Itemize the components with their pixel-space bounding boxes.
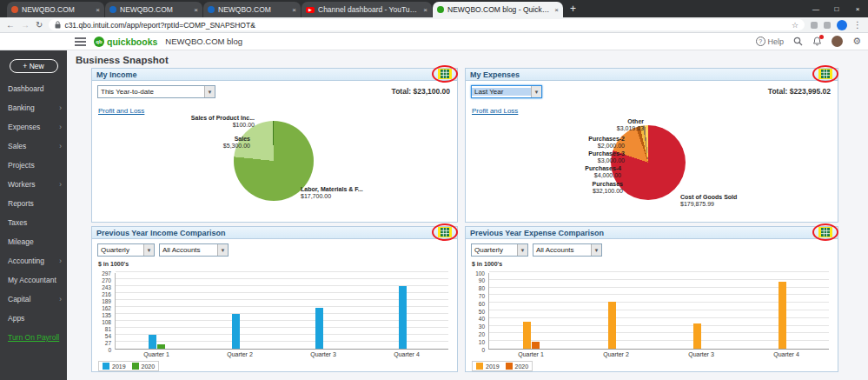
accounts-select[interactable]: All Accounts ▼ bbox=[533, 243, 602, 257]
search-icon[interactable] bbox=[793, 37, 803, 46]
panel-header: Previous Year Expense Comparison bbox=[466, 227, 838, 239]
panel-body: Other$3,019.03Purchases-2$2,000.00Purcha… bbox=[466, 82, 838, 222]
pie-label-value: $5,300.00 bbox=[181, 143, 250, 150]
site-favicon bbox=[109, 6, 116, 13]
refresh-icon[interactable]: ↻ bbox=[36, 20, 43, 30]
pie-slice-label-labor-materials-f: Labor, Materials & F...$17,700.00 bbox=[301, 186, 405, 200]
address-bar[interactable]: c31.qbo.intuit.com/app/report?rptId=COMP… bbox=[49, 19, 805, 30]
tab-close-icon[interactable]: × bbox=[292, 6, 296, 14]
tab-title: NEWQBO.COM bbox=[22, 5, 90, 14]
y-tick-label: 100 bbox=[466, 270, 485, 277]
maximize-icon[interactable]: □ bbox=[826, 0, 847, 17]
help-button[interactable]: ? Help bbox=[756, 37, 785, 46]
pie-slice-label-cost-of-goods-sold: Cost of Goods Sold$179,875.99 bbox=[680, 194, 793, 208]
sidebar: + New DashboardBanking›Expenses›Sales›Pr… bbox=[0, 50, 67, 380]
browser-menu-icon[interactable]: ⋮ bbox=[853, 20, 862, 30]
browser-toolbar: ← → ↻ c31.qbo.intuit.com/app/report?rptI… bbox=[0, 17, 868, 33]
x-tick-label: Quarter 3 bbox=[659, 351, 744, 357]
panel-title: My Income bbox=[96, 70, 137, 79]
sidebar-item-projects[interactable]: Projects bbox=[0, 156, 67, 175]
select-value: Last Year bbox=[472, 88, 531, 96]
sidebar-item-reports[interactable]: Reports bbox=[0, 194, 67, 213]
panel-body: $ in 1000's0102030405060708090100Quarter… bbox=[466, 240, 838, 371]
select-value: Quarterly bbox=[98, 246, 143, 254]
tab-close-icon[interactable]: × bbox=[423, 6, 427, 14]
window-close-icon[interactable]: × bbox=[847, 0, 868, 17]
expenses-period-select[interactable]: Last Year ▼ bbox=[471, 85, 542, 98]
chevron-right-icon: › bbox=[59, 142, 62, 150]
sidebar-item-banking[interactable]: Banking› bbox=[0, 98, 67, 117]
sidebar-item-workers[interactable]: Workers› bbox=[0, 175, 67, 194]
tab-close-icon[interactable]: × bbox=[554, 6, 559, 14]
quickbooks-logo-badge: qb bbox=[94, 37, 104, 47]
income-period-select[interactable]: This Year-to-date ▼ bbox=[97, 85, 215, 98]
y-tick-label: 216 bbox=[92, 291, 111, 297]
legend-item-2019: 2019 bbox=[103, 363, 126, 370]
sidebar-item-label: My Accountant bbox=[8, 276, 56, 284]
export-annotation bbox=[818, 69, 833, 80]
browser-profile-avatar[interactable] bbox=[837, 20, 847, 30]
caret-down-icon: ▼ bbox=[591, 244, 601, 256]
y-tick-label: 20 bbox=[466, 331, 485, 337]
accounts-select[interactable]: All Accounts ▼ bbox=[159, 243, 229, 257]
youtube-favicon: ▶ bbox=[306, 7, 315, 13]
panel-header: Previous Year Income Comparison bbox=[92, 227, 457, 239]
caret-down-icon: ▼ bbox=[531, 86, 541, 97]
minimize-icon[interactable]: — bbox=[805, 0, 826, 17]
extension-icon[interactable] bbox=[811, 22, 818, 29]
tab-close-icon[interactable]: × bbox=[194, 6, 198, 14]
profit-and-loss-link[interactable]: Profit and Loss bbox=[472, 107, 518, 115]
sidebar-item-mileage[interactable]: Mileage bbox=[0, 232, 67, 251]
bar-2019-quarter-1 bbox=[149, 335, 156, 349]
new-tab-button[interactable]: + bbox=[570, 3, 576, 15]
pie-label-value: $4,000.00 bbox=[547, 172, 621, 179]
tab-close-icon[interactable]: × bbox=[96, 6, 100, 14]
frequency-select[interactable]: Quarterly ▼ bbox=[97, 243, 155, 257]
sidebar-item-my-accountant[interactable]: My Accountant bbox=[0, 270, 67, 290]
browser-tab[interactable]: NEWQBO.COM× bbox=[203, 2, 301, 17]
pie-label-value: $3,019.03 bbox=[570, 125, 644, 132]
forward-icon[interactable]: → bbox=[21, 20, 30, 30]
sidebar-item-label: Mileage bbox=[8, 237, 34, 246]
sidebar-item-capital[interactable]: Capital› bbox=[0, 290, 67, 309]
sidebar-item-label: Turn On Payroll bbox=[8, 333, 59, 342]
sidebar-item-turn-on-payroll[interactable]: Turn On Payroll bbox=[0, 328, 67, 347]
select-value: Quarterly bbox=[472, 246, 517, 254]
export-icon[interactable] bbox=[438, 69, 452, 79]
bar-2019-quarter-1 bbox=[523, 322, 531, 349]
sidebar-item-sales[interactable]: Sales› bbox=[0, 137, 67, 156]
expenses-total: Total: $223,995.02 bbox=[768, 87, 831, 96]
new-button[interactable]: + New bbox=[10, 59, 58, 73]
site-favicon bbox=[208, 6, 215, 13]
pie-label-name: Other bbox=[570, 118, 644, 125]
panel-title: My Expenses bbox=[470, 70, 520, 79]
back-icon[interactable]: ← bbox=[6, 20, 15, 30]
browser-tab[interactable]: NEWQBO.COM blog - QuickBoo...× bbox=[433, 2, 563, 17]
panel-my-income: My Income Sales of Product Inc...$100.00… bbox=[91, 68, 458, 223]
frequency-select[interactable]: Quarterly ▼ bbox=[471, 243, 528, 257]
sidebar-item-expenses[interactable]: Expenses› bbox=[0, 117, 67, 137]
export-icon[interactable] bbox=[438, 227, 452, 237]
browser-tab[interactable]: ▶Channel dashboard - YouTube St× bbox=[301, 2, 432, 17]
browser-tab[interactable]: NEWQBO.COM× bbox=[105, 2, 202, 17]
profit-and-loss-link[interactable]: Profit and Loss bbox=[98, 107, 144, 115]
extension-icon[interactable] bbox=[824, 22, 831, 29]
y-tick-label: 90 bbox=[466, 277, 485, 283]
sidebar-item-accounting[interactable]: Accounting› bbox=[0, 251, 67, 270]
user-avatar[interactable] bbox=[832, 36, 843, 47]
settings-gear-icon[interactable]: ⚙ bbox=[852, 36, 861, 47]
notifications-bell-icon[interactable] bbox=[812, 37, 822, 46]
y-tick-label: 270 bbox=[92, 277, 111, 283]
url-text[interactable]: c31.qbo.intuit.com/app/report?rptId=COMP… bbox=[64, 21, 788, 30]
export-icon[interactable] bbox=[818, 69, 832, 79]
tab-title: Channel dashboard - YouTube St bbox=[318, 5, 418, 14]
hamburger-menu-icon[interactable] bbox=[75, 37, 86, 46]
sidebar-item-taxes[interactable]: Taxes bbox=[0, 213, 67, 232]
sidebar-item-dashboard[interactable]: Dashboard bbox=[0, 79, 67, 98]
bar-2019-quarter-3 bbox=[315, 308, 323, 349]
y-tick-label: 108 bbox=[92, 319, 111, 325]
bookmark-star-icon[interactable]: ☆ bbox=[792, 21, 798, 30]
browser-tab[interactable]: NEWQBO.COM× bbox=[7, 2, 104, 17]
sidebar-item-apps[interactable]: Apps bbox=[0, 309, 67, 328]
export-icon[interactable] bbox=[818, 227, 832, 237]
